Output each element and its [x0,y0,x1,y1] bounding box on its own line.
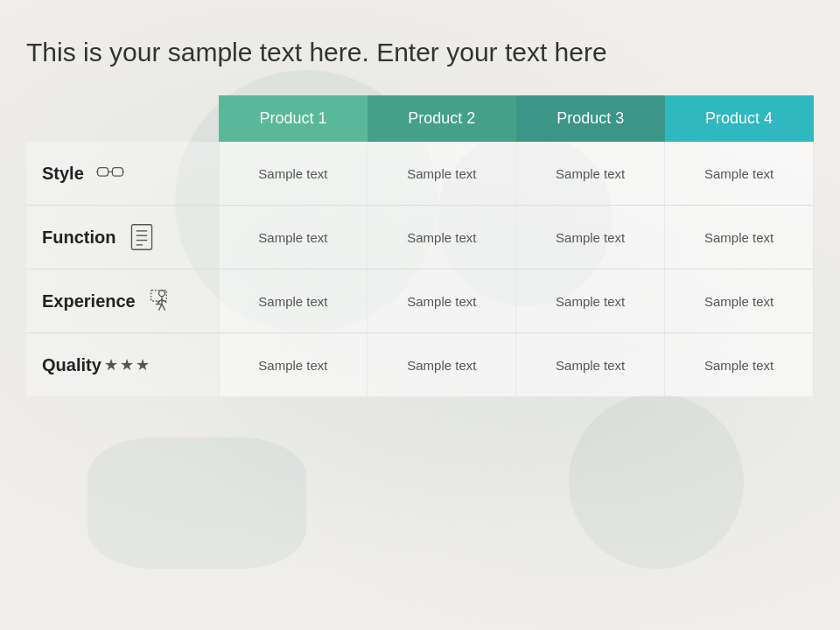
cell-quality-p3: Sample text [516,333,665,397]
style-icon [94,158,126,189]
row-label-style: Style [26,142,219,206]
table-row: Style Sample tex [26,142,814,206]
cell-style-p2: Sample text [368,142,516,206]
header-empty [26,95,219,142]
header-product-3: Product 3 [516,95,665,142]
table-header: Product 1 Product 2 Product 3 Product 4 [26,95,814,142]
cell-quality-p4: Sample text [665,333,814,397]
style-svg [96,159,124,187]
cell-function-p3: Sample text [516,206,665,270]
svg-rect-5 [132,225,152,249]
bg-shape-3 [88,438,306,569]
experience-svg [148,287,176,315]
cell-experience-p1: Sample text [219,270,368,333]
cell-style-p4: Sample text [665,142,814,206]
header-product-2: Product 2 [368,95,516,142]
cell-function-p1: Sample text [219,206,368,270]
cell-experience-p3: Sample text [516,270,665,333]
table-row: Quality ★★★ Sample text Sample text Samp… [26,333,814,397]
table-body: Style Sample tex [26,142,814,396]
page-title: This is your sample text here. Enter you… [26,35,814,69]
function-icon [126,221,158,253]
header-row: Product 1 Product 2 Product 3 Product 4 [26,95,814,142]
experience-icon [146,285,178,317]
function-svg [128,223,156,251]
svg-point-10 [158,290,164,297]
cell-function-p4: Sample text [665,206,814,270]
cell-function-p2: Sample text [368,206,516,270]
comparison-table: Product 1 Product 2 Product 3 Product 4 … [26,95,814,396]
cell-style-p1: Sample text [219,142,368,206]
table-row: Experience [26,270,814,333]
header-product-4: Product 4 [665,95,814,142]
quality-icon: ★★★ [112,349,144,381]
main-content: This is your sample text here. Enter you… [0,0,840,423]
cell-style-p3: Sample text [516,142,665,206]
row-label-function: Function [26,206,219,270]
header-product-1: Product 1 [219,95,368,142]
cell-experience-p2: Sample text [368,270,516,333]
cell-quality-p2: Sample text [368,333,516,397]
cell-quality-p1: Sample text [219,333,368,397]
table-row: Function Sample [26,206,814,270]
row-label-experience: Experience [26,270,219,333]
cell-experience-p4: Sample text [665,270,814,333]
svg-line-15 [162,304,165,311]
row-label-quality: Quality ★★★ [26,333,219,397]
svg-line-14 [158,304,162,311]
svg-rect-1 [112,168,122,177]
svg-rect-0 [97,168,108,177]
